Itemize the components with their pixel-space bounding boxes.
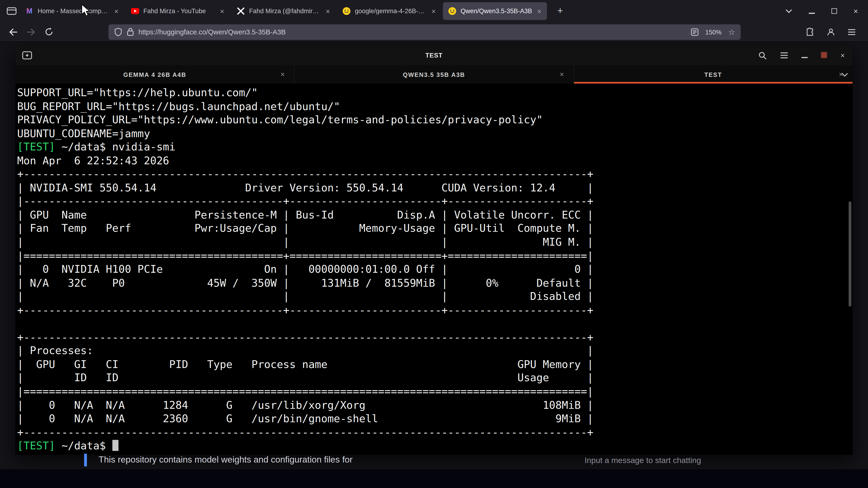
terminal-tab-qwen[interactable]: QWEN3.5 35B A3B ×	[294, 65, 574, 84]
browser-viewport: TEST × GEMMA 4 26B A4B × QWEN3.5 35B A3B…	[0, 42, 868, 469]
blockquote-bar	[84, 454, 87, 466]
prompt-tag: [TEST]	[17, 141, 55, 153]
browser-toolbar: https://huggingface.co/Qwen/Qwen3.5-35B-…	[0, 22, 868, 42]
prompt-tag: [TEST]	[17, 440, 55, 452]
terminal-tab-label: QWEN3.5 35B A3B	[403, 71, 465, 78]
toolbar-right-icons	[805, 27, 863, 36]
massed-compute-icon: M	[25, 7, 34, 15]
browser-window-controls: ×	[785, 7, 868, 15]
browser-tab-youtube[interactable]: Fahd Mirza - YouTube ×	[126, 2, 230, 20]
tab-list-chevron-icon[interactable]	[785, 9, 792, 13]
reader-mode-icon[interactable]	[691, 28, 699, 36]
new-tab-button[interactable]: +	[553, 4, 567, 18]
tab-title: Fahd Mirza - YouTube	[144, 8, 216, 14]
huggingface-icon	[342, 7, 351, 15]
terminal-window: TEST × GEMMA 4 26B A4B × QWEN3.5 35B A3B…	[16, 45, 852, 455]
shield-icon[interactable]	[114, 27, 122, 36]
terminal-header-bar[interactable]: TEST ×	[16, 45, 852, 65]
terminal-output-head: SUPPORT_URL="https://help.ubuntu.com/" B…	[17, 86, 852, 140]
prompt-path: ~/data$	[55, 141, 112, 153]
browser-tab-qwen[interactable]: Qwen/Qwen3.5-35B-A3B ×	[443, 2, 547, 20]
command-text: nvidia-smi	[112, 141, 175, 153]
terminal-tab-label: TEST	[704, 71, 722, 78]
url-bar[interactable]: https://huggingface.co/Qwen/Qwen3.5-35B-…	[108, 24, 741, 40]
terminal-output-main: Mon Apr 6 22:52:43 2026 +---------------…	[17, 154, 852, 439]
back-button[interactable]	[5, 28, 21, 36]
terminal-tab-close-icon[interactable]: ×	[560, 70, 564, 78]
terminal-cursor	[112, 440, 118, 451]
close-window-button[interactable]: ×	[854, 7, 858, 15]
terminal-prompt-current[interactable]: [TEST] ~/data$	[17, 439, 852, 453]
terminal-body[interactable]: SUPPORT_URL="https://help.ubuntu.com/" B…	[16, 84, 852, 455]
browser-tab-x[interactable]: Fahd Mirza (@fahdmirza) ×	[231, 2, 335, 20]
bookmark-star-icon[interactable]: ☆	[728, 27, 735, 36]
terminal-new-tab-icon[interactable]	[22, 51, 32, 60]
tab-close-icon[interactable]: ×	[219, 7, 225, 15]
tab-close-icon[interactable]: ×	[325, 7, 331, 15]
bottom-band	[0, 469, 868, 488]
page-text-snippet: This repository contains model weights a…	[99, 455, 352, 465]
terminal-tab-list-chevron-icon[interactable]	[841, 65, 848, 84]
tab-title: Qwen/Qwen3.5-35B-A3B	[461, 8, 533, 14]
huggingface-icon	[448, 7, 457, 15]
mouse-cursor	[81, 4, 90, 19]
tab-title: Home - Massed Compute	[38, 8, 110, 14]
terminal-tab-gemma[interactable]: GEMMA 4 26B A4B ×	[16, 65, 294, 84]
youtube-icon	[131, 7, 140, 15]
minimize-button[interactable]	[809, 7, 815, 15]
tab-close-icon[interactable]: ×	[431, 7, 436, 15]
search-icon[interactable]	[758, 51, 767, 59]
terminal-tab-test[interactable]: TEST ×	[574, 65, 852, 84]
zoom-level-button[interactable]: 150%	[703, 28, 724, 36]
terminal-maximize-button[interactable]	[821, 51, 827, 59]
firefox-view-icon[interactable]	[3, 3, 20, 19]
browser-tab-home[interactable]: M Home - Massed Compute ×	[20, 2, 124, 20]
tab-close-icon[interactable]: ×	[114, 7, 119, 15]
terminal-close-button[interactable]: ×	[841, 51, 845, 59]
menu-icon[interactable]	[847, 29, 856, 35]
lock-icon[interactable]	[127, 28, 134, 36]
url-text: https://huggingface.co/Qwen/Qwen3.5-35B-…	[138, 28, 687, 36]
x-icon	[236, 7, 245, 15]
extensions-icon[interactable]	[805, 27, 814, 36]
terminal-tab-close-icon[interactable]: ×	[280, 70, 285, 78]
screen: M Home - Massed Compute × Fahd Mirza - Y…	[0, 0, 868, 488]
browser-tab-gemma[interactable]: google/gemma-4-26B-A4B ×	[337, 2, 441, 20]
tab-title: Fahd Mirza (@fahdmirza)	[249, 8, 321, 14]
browser-tabs: M Home - Massed Compute × Fahd Mirza - Y…	[20, 2, 549, 20]
chat-input-placeholder[interactable]: Input a message to start chatting	[585, 456, 701, 465]
terminal-tab-label: GEMMA 4 26B A4B	[123, 71, 186, 78]
tab-close-icon[interactable]: ×	[536, 7, 542, 15]
terminal-menu-icon[interactable]	[780, 52, 788, 59]
browser-tab-bar: M Home - Massed Compute × Fahd Mirza - Y…	[0, 0, 868, 22]
terminal-prompt-line: [TEST] ~/data$ nvidia-smi	[17, 140, 852, 154]
forward-button[interactable]	[23, 28, 39, 36]
terminal-window-title: TEST	[16, 52, 852, 59]
terminal-scrollbar-thumb[interactable]	[849, 201, 851, 306]
tab-title: google/gemma-4-26B-A4B	[355, 8, 427, 14]
account-icon[interactable]	[827, 27, 835, 36]
svg-text:M: M	[26, 7, 32, 15]
reload-button[interactable]	[41, 28, 57, 36]
prompt-path: ~/data$	[55, 440, 112, 452]
maximize-button[interactable]	[832, 7, 837, 15]
terminal-tab-bar: GEMMA 4 26B A4B × QWEN3.5 35B A3B × TEST…	[16, 65, 852, 84]
terminal-minimize-button[interactable]	[802, 51, 808, 59]
